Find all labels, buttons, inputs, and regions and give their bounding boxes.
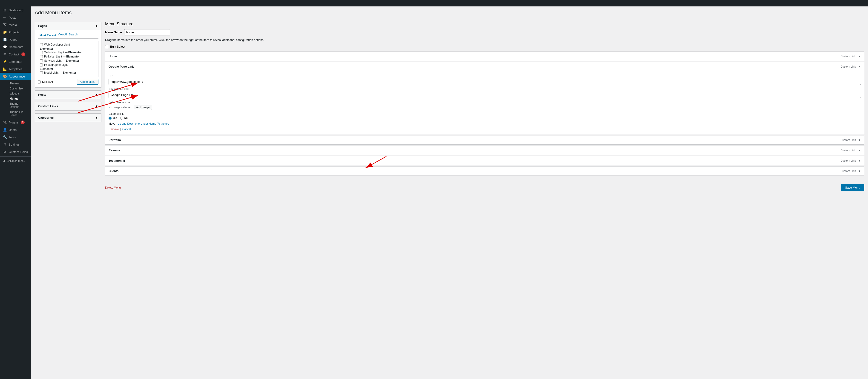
checkbox-model[interactable] (40, 71, 43, 74)
projects-icon: 📁 (3, 30, 7, 34)
menu-item-resume-arrow[interactable]: ▼ (858, 149, 861, 152)
sidebar-item-tools[interactable]: 🔧 Tools (0, 133, 31, 141)
menu-item-testimonial: Testimonial Custom Link ▼ (105, 156, 864, 165)
menu-item-google-arrow[interactable]: ▲ (858, 65, 861, 68)
contact-icon: ✉ (3, 53, 7, 56)
menu-item-clients-title: Clients (108, 169, 119, 173)
menu-item-clients-type: Custom Link (840, 169, 856, 173)
cancel-link[interactable]: Cancel (122, 128, 131, 131)
select-all-label[interactable]: Select All (38, 80, 53, 84)
radio-no[interactable] (120, 117, 123, 120)
move-to-top[interactable]: To the top (157, 122, 169, 125)
menu-item-clients: Clients Custom Link ▼ (105, 166, 864, 176)
sidebar-item-users[interactable]: 👤 Users (0, 126, 31, 133)
sidebar-sub-themes[interactable]: Themes (7, 81, 31, 86)
checkbox-photographer[interactable] (40, 63, 43, 66)
add-image-button[interactable]: Add Image (134, 105, 152, 110)
sidebar-item-contact[interactable]: ✉ Contact 1 (0, 51, 31, 58)
custom-links-section: Custom Links ▼ (35, 102, 101, 110)
bulk-select-label: Bulk Select (110, 45, 125, 48)
sidebar-sub-customize[interactable]: Customize (7, 86, 31, 91)
admin-bar (0, 0, 868, 6)
menu-item-clients-header[interactable]: Clients Custom Link ▼ (105, 166, 864, 176)
checkbox-politician[interactable] (40, 55, 43, 58)
url-input[interactable] (108, 78, 861, 85)
menu-item-resume-title: Resume (108, 149, 120, 152)
sidebar-sub-theme-options[interactable]: Theme Options (7, 101, 31, 109)
pages-tab-bar: Most Recent View All Search (38, 33, 98, 39)
sidebar-sub-theme-file-editor[interactable]: Theme File Editor (7, 109, 31, 118)
menu-item-portfolio: Portfolio Custom Link ▼ (105, 135, 864, 145)
menu-item-portfolio-type: Custom Link (840, 138, 856, 142)
collapse-menu[interactable]: ◀ Collapse menu (0, 158, 31, 164)
menu-item-resume-header[interactable]: Resume Custom Link ▼ (105, 146, 864, 155)
main-content: Add Menu Items Pages ▲ Most Recent View … (31, 0, 868, 379)
custom-links-section-title: Custom Links (38, 104, 58, 108)
sidebar-item-media[interactable]: 🖼 Media (0, 21, 31, 29)
menu-name-input[interactable] (124, 29, 170, 35)
save-menu-button[interactable]: Save Menu (841, 184, 864, 191)
sidebar-item-plugins[interactable]: 🔌 Plugins 2 (0, 119, 31, 126)
checkbox-services[interactable] (40, 59, 43, 62)
add-to-menu-button[interactable]: Add to Menu (77, 79, 98, 85)
pages-section-header[interactable]: Pages ▲ (35, 22, 101, 30)
select-all-checkbox[interactable] (38, 81, 41, 84)
menu-name-row: Menu Name (105, 29, 864, 35)
menu-item-clients-arrow[interactable]: ▼ (858, 169, 861, 173)
checkbox-web-developer[interactable] (40, 43, 43, 46)
page-item-web-developer: Web Developer Light — (40, 43, 96, 46)
external-link-row: External link Yes No (108, 112, 861, 120)
group-label-elementor-2: Elementor (40, 67, 96, 71)
menu-item-testimonial-header[interactable]: Testimonial Custom Link ▼ (105, 156, 864, 165)
pipe-separator: | (120, 128, 121, 131)
menu-item-testimonial-arrow[interactable]: ▼ (858, 159, 861, 162)
select-menu-icon-row: Select Menu Icon No image selected Add I… (108, 101, 861, 110)
sidebar-sub-widgets[interactable]: Widgets (7, 91, 31, 96)
move-label: Move (108, 122, 115, 125)
categories-section-title: Categories (38, 116, 54, 119)
sidebar-item-settings[interactable]: ⚙ Settings (0, 141, 31, 148)
nav-label-label: Navigation Label (108, 88, 861, 91)
sidebar-item-custom-fields[interactable]: 🗂 Custom Fields (0, 148, 31, 155)
checkbox-technician[interactable] (40, 51, 43, 54)
tab-search[interactable]: Search (69, 33, 78, 38)
url-field-row: URL (108, 74, 861, 85)
action-row: Remove | Cancel (108, 128, 861, 131)
page-item-technician: Technician Light — Elementor (40, 51, 96, 54)
sidebar-item-templates[interactable]: 📐 Templates (0, 65, 31, 73)
sidebar-item-posts[interactable]: ✏ Posts (0, 14, 31, 21)
page-item-politician: Politician Light — Elementor (40, 55, 96, 58)
custom-links-section-header[interactable]: Custom Links ▼ (35, 102, 101, 110)
menu-item-portfolio-header[interactable]: Portfolio Custom Link ▼ (105, 135, 864, 145)
sidebar-item-appearance[interactable]: 🎨 Appearance (0, 73, 31, 80)
pages-icon: 📄 (3, 38, 7, 41)
sidebar-item-pages[interactable]: 📄 Pages (0, 36, 31, 43)
menu-item-home-arrow[interactable]: ▼ (858, 55, 861, 58)
sidebar-sub-menus[interactable]: Menus (7, 96, 31, 101)
menu-item-home-header[interactable]: Home Custom Link ▼ (105, 52, 864, 61)
sidebar: ⊞ Dashboard ✏ Posts 🖼 Media 📁 Projects 📄… (0, 0, 31, 379)
sidebar-item-comments[interactable]: 💬 Comments (0, 43, 31, 51)
page-title-bar: Add Menu Items (31, 6, 868, 15)
sidebar-item-elementor[interactable]: ⚡ Elementor (0, 58, 31, 65)
nav-label-input[interactable] (108, 92, 861, 98)
move-up-one[interactable]: Up one (118, 122, 126, 125)
elementor-icon: ⚡ (3, 60, 7, 63)
tab-most-recent[interactable]: Most Recent (38, 33, 58, 38)
posts-section-header[interactable]: Posts ▼ (35, 91, 101, 99)
menu-item-portfolio-arrow[interactable]: ▼ (858, 138, 861, 142)
menu-item-google-header[interactable]: Google Page Link Custom Link ▲ (105, 62, 864, 71)
categories-section-header[interactable]: Categories ▼ (35, 114, 101, 122)
pages-section: Pages ▲ Most Recent View All Search Web … (35, 22, 101, 88)
radio-no-label[interactable]: No (120, 116, 128, 120)
radio-yes-label[interactable]: Yes (108, 116, 117, 120)
move-under-home[interactable]: Under Home (141, 122, 156, 125)
delete-menu-link[interactable]: Delete Menu (105, 186, 121, 189)
remove-link[interactable]: Remove (108, 128, 119, 131)
bulk-select-checkbox[interactable] (105, 45, 108, 48)
tab-view-all[interactable]: View All (58, 33, 67, 38)
sidebar-item-projects[interactable]: 📁 Projects (0, 29, 31, 36)
radio-yes[interactable] (108, 117, 112, 120)
move-down-one[interactable]: Down one (127, 122, 140, 125)
sidebar-item-dashboard[interactable]: ⊞ Dashboard (0, 6, 31, 14)
